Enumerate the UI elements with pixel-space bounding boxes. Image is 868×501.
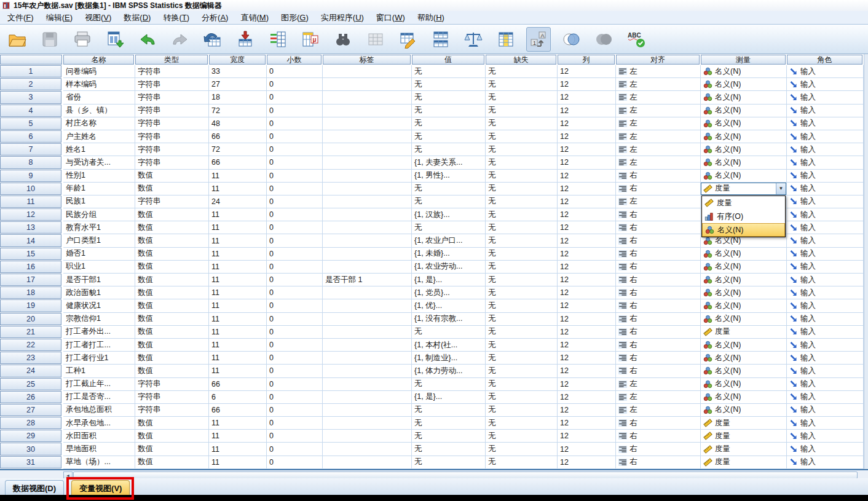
- row-number[interactable]: 7: [0, 143, 61, 156]
- cell-dec[interactable]: 0: [267, 443, 323, 456]
- cell-align[interactable]: 右: [616, 417, 701, 430]
- cell-val[interactable]: {1, 是}...: [412, 391, 486, 404]
- cell-miss[interactable]: 无: [486, 326, 558, 339]
- row-number[interactable]: 13: [0, 221, 61, 234]
- cell-width[interactable]: 11: [209, 208, 267, 221]
- cell-role[interactable]: 输入: [787, 208, 864, 221]
- row-number[interactable]: 30: [0, 443, 61, 455]
- row-number[interactable]: 8: [0, 156, 61, 168]
- cell-cols[interactable]: 12: [558, 430, 616, 443]
- cell-width[interactable]: 11: [209, 430, 267, 443]
- cell-cols[interactable]: 12: [558, 143, 616, 156]
- cell-val[interactable]: 无: [412, 404, 486, 417]
- cell-miss[interactable]: 无: [486, 130, 558, 143]
- cell-val[interactable]: 无: [412, 65, 486, 78]
- menu-e[interactable]: 编辑(E): [40, 11, 79, 25]
- cell-cols[interactable]: 12: [558, 286, 616, 299]
- cell-cols[interactable]: 12: [558, 78, 616, 91]
- cell-val[interactable]: {1, 是}...: [412, 274, 486, 286]
- cell-miss[interactable]: 无: [486, 156, 558, 169]
- variables-button[interactable]: [266, 27, 290, 52]
- cell-cols[interactable]: 12: [558, 365, 616, 377]
- cell-measure[interactable]: 度量: [701, 430, 787, 443]
- cell-width[interactable]: 11: [209, 443, 267, 456]
- cell-miss[interactable]: 无: [486, 274, 558, 286]
- cell-width[interactable]: 66: [209, 404, 267, 417]
- cell-measure[interactable]: 名义(N): [701, 274, 787, 286]
- cell-dec[interactable]: 0: [267, 261, 323, 274]
- cell-miss[interactable]: 无: [486, 378, 558, 391]
- cell-cols[interactable]: 12: [558, 391, 616, 404]
- cell-val[interactable]: 无: [412, 430, 486, 443]
- cell-role[interactable]: 输入: [787, 170, 864, 183]
- cell-label[interactable]: [323, 286, 412, 299]
- cell-miss[interactable]: 无: [486, 234, 558, 247]
- cell-role[interactable]: 输入: [787, 78, 864, 91]
- cell-miss[interactable]: 无: [486, 365, 558, 377]
- cell-align[interactable]: 左: [616, 391, 701, 404]
- cell-align[interactable]: 右: [616, 208, 701, 221]
- cell-dec[interactable]: 0: [267, 78, 323, 91]
- cell-cols[interactable]: 12: [558, 105, 616, 117]
- cell-type[interactable]: 数值: [135, 261, 209, 274]
- cell-align[interactable]: 左: [616, 378, 701, 391]
- cell-role[interactable]: 输入: [787, 130, 864, 143]
- cell-measure[interactable]: 名义(N): [701, 261, 787, 274]
- cell-measure[interactable]: 名义(N): [701, 143, 787, 156]
- tab-data-view[interactable]: 数据视图(D): [5, 480, 64, 495]
- cell-cols[interactable]: 12: [558, 299, 616, 312]
- cell-measure[interactable]: 名义(N): [701, 156, 787, 169]
- cell-name[interactable]: 草地（场）...: [63, 456, 135, 469]
- cell-align[interactable]: 右: [616, 286, 701, 299]
- cell-cols[interactable]: 12: [558, 404, 616, 417]
- cell-width[interactable]: 11: [209, 183, 267, 195]
- cell-role[interactable]: 输入: [787, 261, 864, 274]
- cell-role[interactable]: 输入: [787, 404, 864, 417]
- cell-role[interactable]: 输入: [787, 195, 864, 208]
- cell-miss[interactable]: 无: [486, 313, 558, 326]
- cell-align[interactable]: 右: [616, 299, 701, 312]
- cell-type[interactable]: 字符串: [135, 195, 209, 208]
- cell-name[interactable]: 打工是否寄...: [63, 391, 135, 404]
- cell-type[interactable]: 数值: [135, 326, 209, 339]
- cell-val[interactable]: {1, 本村(社...: [412, 339, 486, 352]
- column-header-width[interactable]: 宽度: [209, 55, 266, 65]
- cell-align[interactable]: 左: [616, 404, 701, 417]
- cell-measure[interactable]: 名义(N): [701, 391, 787, 404]
- cell-measure[interactable]: 名义(N): [701, 105, 787, 117]
- cell-name[interactable]: 健康状况1: [63, 299, 135, 312]
- cell-type[interactable]: 数值: [135, 443, 209, 456]
- cell-measure[interactable]: 名义(N): [701, 170, 787, 183]
- row-number[interactable]: 23: [0, 352, 61, 364]
- cell-type[interactable]: 数值: [135, 248, 209, 261]
- cell-label[interactable]: [323, 208, 412, 221]
- cell-name[interactable]: 年龄1: [63, 183, 135, 195]
- cell-label[interactable]: [323, 430, 412, 443]
- cell-val[interactable]: 无: [412, 183, 486, 195]
- cell-label[interactable]: [323, 143, 412, 156]
- recall-dialogs-button[interactable]: [103, 27, 127, 52]
- column-header-dec[interactable]: 小数: [267, 55, 322, 65]
- weight-cases-button[interactable]: [461, 27, 486, 52]
- menu-a[interactable]: 分析(A): [195, 11, 234, 25]
- cell-label[interactable]: [323, 234, 412, 247]
- menu-t[interactable]: 转换(T): [157, 11, 195, 25]
- cell-label[interactable]: [323, 117, 412, 130]
- row-number[interactable]: 25: [0, 378, 61, 390]
- cell-label[interactable]: 是否干部 1: [323, 274, 412, 286]
- cell-dec[interactable]: 0: [267, 430, 323, 443]
- vertical-scrollbar[interactable]: [864, 54, 868, 469]
- cell-name[interactable]: 是否干部1: [63, 274, 135, 286]
- cell-align[interactable]: 右: [616, 365, 701, 377]
- cell-dec[interactable]: 0: [267, 91, 323, 104]
- cell-label[interactable]: [323, 170, 412, 183]
- cell-dec[interactable]: 0: [267, 117, 323, 130]
- cell-val[interactable]: {1, 农业户口...: [412, 234, 486, 247]
- cell-width[interactable]: 11: [209, 326, 267, 339]
- cell-cols[interactable]: 12: [558, 274, 616, 286]
- column-header-label[interactable]: 标签: [323, 55, 411, 65]
- cell-role[interactable]: 输入: [787, 274, 864, 286]
- cell-cols[interactable]: 12: [558, 234, 616, 247]
- cell-type[interactable]: 数值: [135, 339, 209, 352]
- cell-miss[interactable]: 无: [486, 430, 558, 443]
